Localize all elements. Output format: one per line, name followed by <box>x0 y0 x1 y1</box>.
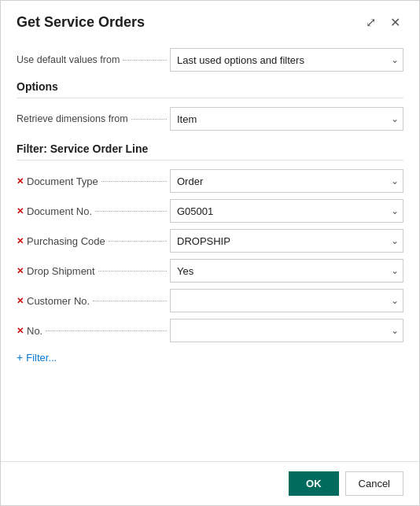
filter-control-1: G05001 ⌄ <box>170 199 403 223</box>
filter-select-wrapper-5: ⌄ <box>170 319 403 342</box>
add-filter-label: Filter... <box>26 352 57 364</box>
defaults-label-wrap: Use default values from <box>17 54 170 65</box>
filter-select-wrapper-1: G05001 ⌄ <box>170 199 403 223</box>
remove-icon-4[interactable]: ✕ <box>17 296 24 306</box>
filter-row-customer-no: ✕ Customer No. ⌄ <box>17 288 403 313</box>
dots-defaults <box>123 60 167 61</box>
remove-icon-3[interactable]: ✕ <box>17 266 24 276</box>
dots-1 <box>95 211 167 212</box>
retrieve-select-wrapper: Item ⌄ <box>170 107 403 131</box>
dialog-header: Get Service Orders ⤢ ✕ <box>1 1 419 41</box>
filter-select-5[interactable] <box>170 319 403 342</box>
defaults-row: Use default values from Last used option… <box>17 47 403 72</box>
filter-label-wrap-0: ✕ Document Type <box>17 175 170 187</box>
filter-select-wrapper-0: Order ⌄ <box>170 169 403 193</box>
filter-select-wrapper-4: ⌄ <box>170 289 403 312</box>
get-service-orders-dialog: Get Service Orders ⤢ ✕ Use default value… <box>0 0 420 506</box>
expand-button[interactable]: ⤢ <box>363 13 379 31</box>
filter-control-4: ⌄ <box>170 289 403 312</box>
filter-control-0: Order ⌄ <box>170 169 403 193</box>
filter-control-2: DROPSHIP ⌄ <box>170 229 403 253</box>
dots-retrieve <box>131 119 167 120</box>
filter-section: Filter: Service Order Line ✕ Document Ty… <box>17 142 403 364</box>
plus-icon: + <box>17 351 23 364</box>
filter-select-wrapper-2: DROPSHIP ⌄ <box>170 229 403 253</box>
filter-select-2[interactable]: DROPSHIP <box>170 229 403 253</box>
dots-3 <box>98 271 167 271</box>
remove-icon-1[interactable]: ✕ <box>17 206 24 216</box>
header-icons: ⤢ ✕ <box>363 13 403 31</box>
retrieve-label-wrap: Retrieve dimensions from <box>17 113 170 124</box>
retrieve-label: Retrieve dimensions from <box>17 113 128 124</box>
options-heading: Options <box>17 80 403 93</box>
retrieve-row: Retrieve dimensions from Item ⌄ <box>17 106 403 131</box>
filter-select-0[interactable]: Order <box>170 169 403 193</box>
filter-label-wrap-4: ✕ Customer No. <box>17 295 170 307</box>
close-icon: ✕ <box>390 15 400 30</box>
defaults-select-wrapper: Last used options and filters ⌄ <box>170 48 403 72</box>
dialog-footer: OK Cancel <box>1 461 419 505</box>
dots-4 <box>93 301 167 301</box>
filter-divider <box>17 160 403 161</box>
close-button[interactable]: ✕ <box>387 13 403 31</box>
cancel-button[interactable]: Cancel <box>345 471 403 496</box>
filter-row-purchasing-code: ✕ Purchasing Code DROPSHIP ⌄ <box>17 228 403 253</box>
filter-heading: Filter: Service Order Line <box>17 142 403 155</box>
filter-label-2: Purchasing Code <box>27 235 105 247</box>
filter-select-3[interactable]: Yes <box>170 259 403 283</box>
filter-select-wrapper-3: Yes ⌄ <box>170 259 403 283</box>
filter-control-3: Yes ⌄ <box>170 259 403 283</box>
filter-label-wrap-2: ✕ Purchasing Code <box>17 235 170 247</box>
expand-icon: ⤢ <box>366 15 376 30</box>
filter-label-4: Customer No. <box>27 295 90 307</box>
dialog-body: Use default values from Last used option… <box>1 41 419 461</box>
options-section: Options Retrieve dimensions from Item ⌄ <box>17 80 403 131</box>
remove-icon-5[interactable]: ✕ <box>17 326 24 336</box>
filter-label-wrap-5: ✕ No. <box>17 325 170 337</box>
defaults-control: Last used options and filters ⌄ <box>170 48 403 72</box>
filter-label-5: No. <box>27 325 42 337</box>
filter-row-no: ✕ No. ⌄ <box>17 318 403 343</box>
filter-row-document-type: ✕ Document Type Order ⌄ <box>17 168 403 194</box>
dots-0 <box>101 181 167 182</box>
retrieve-select[interactable]: Item <box>170 107 403 131</box>
filter-label-wrap-1: ✕ Document No. <box>17 205 170 217</box>
filter-control-5: ⌄ <box>170 319 403 342</box>
options-divider <box>17 98 403 98</box>
add-filter-button[interactable]: + Filter... <box>17 351 57 364</box>
defaults-select[interactable]: Last used options and filters <box>170 48 403 72</box>
retrieve-control: Item ⌄ <box>170 107 403 131</box>
remove-icon-2[interactable]: ✕ <box>17 236 24 246</box>
add-filter-row: + Filter... <box>17 351 403 364</box>
filter-row-document-no: ✕ Document No. G05001 ⌄ <box>17 198 403 223</box>
filter-label-3: Drop Shipment <box>27 265 95 277</box>
defaults-label: Use default values from <box>17 54 120 65</box>
filter-label-0: Document Type <box>27 175 98 187</box>
dots-5 <box>46 331 167 331</box>
dots-2 <box>109 241 167 242</box>
filter-select-4[interactable] <box>170 289 403 312</box>
remove-icon-0[interactable]: ✕ <box>17 176 24 187</box>
ok-button[interactable]: OK <box>289 471 339 496</box>
filter-row-drop-shipment: ✕ Drop Shipment Yes ⌄ <box>17 258 403 283</box>
dialog-title: Get Service Orders <box>17 14 145 31</box>
filter-label-1: Document No. <box>27 205 92 217</box>
filter-label-wrap-3: ✕ Drop Shipment <box>17 265 170 277</box>
filter-select-1[interactable]: G05001 <box>170 199 403 223</box>
